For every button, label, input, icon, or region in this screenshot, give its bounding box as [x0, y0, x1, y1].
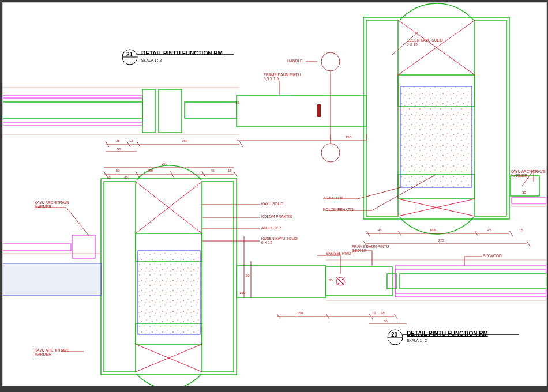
- d-60c: 60: [329, 278, 333, 282]
- svg-rect-8: [475, 20, 506, 216]
- lbl-kayusolid: KAYU SOLID: [261, 202, 284, 206]
- svg-rect-41: [202, 182, 234, 372]
- d-50a: 50: [117, 148, 121, 151]
- svg-rect-44: [138, 251, 200, 334]
- d-200: 200: [162, 162, 167, 165]
- lbl-handle: HANDLE: [287, 59, 302, 63]
- tag21-num: 21: [126, 51, 133, 58]
- d-30: 30: [522, 191, 526, 194]
- svg-rect-57: [326, 267, 392, 296]
- svg-rect-58: [395, 266, 546, 297]
- cad-drawing-canvas[interactable]: 21 DETAIL PINTU FUNCTION RM SKALA 1 : 2 …: [2, 2, 547, 386]
- svg-rect-52: [237, 266, 326, 297]
- lbl-kolom-l: KOLOM PRAKTIS: [261, 215, 292, 219]
- d-60a: 60: [107, 176, 111, 179]
- d-150b: 150: [147, 169, 153, 172]
- svg-rect-18: [317, 104, 321, 117]
- svg-rect-49: [72, 235, 95, 258]
- d-150d: 150: [297, 311, 303, 315]
- svg-rect-34: [159, 89, 182, 133]
- svg-rect-60: [400, 274, 546, 289]
- d-60b: 60: [246, 274, 250, 277]
- cad-vector-layer: [3, 3, 546, 386]
- d-45b: 45: [487, 228, 491, 232]
- tag21-scale: SKALA 1 : 2: [141, 58, 162, 62]
- lbl-adjuster-r: ADJUSTER: [323, 197, 343, 201]
- d-150a: 150: [346, 135, 351, 139]
- d-50b: 50: [116, 169, 120, 172]
- lbl-archL: KAYU ARCHITRAVE MARMER: [35, 201, 69, 209]
- d-12b: 12: [372, 311, 376, 315]
- svg-rect-7: [366, 20, 398, 216]
- tag20-num: 20: [391, 331, 397, 338]
- d-15a: 15: [235, 101, 239, 104]
- svg-point-16: [321, 144, 340, 162]
- lbl-engsel: ENGSEL PIVOT: [326, 252, 353, 256]
- lbl-kolom-r: KOLOM PRAKTIS: [323, 208, 354, 212]
- lbl-plywood: PLYWOOD: [483, 254, 502, 258]
- svg-rect-11: [401, 86, 472, 187]
- lbl-archB: KAYU ARCHITRAVE MARMER: [35, 349, 69, 356]
- svg-rect-48: [3, 263, 101, 295]
- d-275: 275: [438, 239, 444, 242]
- lbl-kusen: KUSEN KAYU SOLID 6 X 15: [407, 39, 443, 46]
- tag20-scale: SKALA 1 : 2: [407, 338, 427, 342]
- d-38: 38: [116, 139, 120, 142]
- lbl-archR: KAYU ARCHITRAVE MARMER: [511, 170, 545, 178]
- tag20-title: DETAIL PINTU FUNCTION RM: [407, 330, 488, 337]
- d-150c: 150: [239, 291, 245, 295]
- lbl-adjuster-l: ADJUSTER: [261, 227, 281, 231]
- d-38b: 38: [381, 311, 385, 315]
- d-12a: 12: [129, 139, 133, 142]
- left-wall-band: [3, 88, 243, 152]
- svg-rect-40: [104, 182, 136, 372]
- svg-rect-32: [3, 102, 142, 118]
- svg-rect-35: [185, 102, 237, 118]
- d-50c: 50: [384, 319, 388, 323]
- svg-rect-33: [142, 89, 155, 133]
- tag21-title: DETAIL PINTU FUNCTION RM: [141, 50, 223, 56]
- svg-rect-59: [395, 269, 546, 293]
- lbl-frame: FRAME DAUN PINTU 0,5 X 1,5: [264, 73, 301, 81]
- d-45a: 45: [378, 228, 382, 232]
- lbl-frame2: FRAME DAUN PINTU 0,8 X 18: [352, 245, 389, 252]
- d-40: 40: [124, 176, 128, 179]
- svg-rect-30: [3, 95, 142, 125]
- top-right-assembly: [237, 3, 546, 247]
- d-166: 166: [430, 228, 436, 232]
- d-15c: 15: [228, 169, 232, 172]
- svg-rect-21: [512, 205, 546, 206]
- d-280: 280: [182, 139, 187, 142]
- svg-point-15: [321, 52, 340, 71]
- svg-rect-50: [3, 244, 71, 251]
- d-15b: 15: [519, 228, 523, 232]
- svg-rect-14: [237, 95, 366, 127]
- lbl-kusen-l: KUSEN KAYU SOLID 6 X 15: [261, 237, 298, 244]
- svg-rect-20: [512, 198, 546, 203]
- d-45c: 45: [211, 169, 215, 172]
